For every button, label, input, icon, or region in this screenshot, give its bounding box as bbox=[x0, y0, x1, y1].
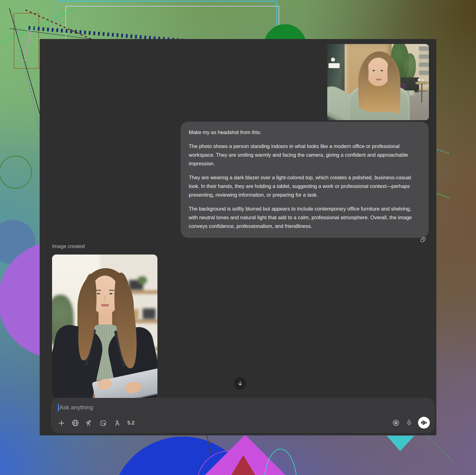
web-search-button[interactable] bbox=[71, 419, 80, 427]
selfie-sign-dot bbox=[331, 58, 335, 62]
message-paragraph: They are wearing a dark blazer over a li… bbox=[189, 173, 421, 199]
apps-icon bbox=[113, 419, 121, 427]
decor-green-line bbox=[0, 9, 76, 43]
decor-violet-dashes bbox=[13, 15, 40, 130]
agent-icon bbox=[99, 419, 107, 427]
plus-icon bbox=[58, 419, 65, 427]
composer-placeholder: Ask anything bbox=[60, 404, 93, 411]
message-paragraph: The photo shows a person standing indoor… bbox=[189, 142, 421, 168]
user-message-bubble: Make my as headshot from this: The photo… bbox=[181, 122, 429, 238]
selfie-ivy-2 bbox=[403, 53, 416, 79]
text-cursor bbox=[58, 404, 59, 411]
decor-olive-rect bbox=[14, 13, 39, 68]
headshot-eyes bbox=[97, 293, 100, 294]
dictate-button[interactable] bbox=[405, 418, 413, 427]
apps-button[interactable] bbox=[113, 419, 121, 427]
headshot-vase bbox=[146, 282, 152, 290]
selfie-table-leg bbox=[421, 84, 422, 102]
decor-green-line-right bbox=[436, 193, 449, 198]
telescope-icon bbox=[85, 419, 93, 427]
microphone-icon bbox=[405, 419, 413, 426]
scroll-to-bottom-button[interactable] bbox=[234, 377, 246, 390]
add-attachment-button[interactable] bbox=[57, 419, 66, 427]
decor-teal-triangle bbox=[387, 436, 414, 451]
headshot-shelf-plant bbox=[138, 276, 147, 284]
composer-tools: 5.2 bbox=[57, 419, 135, 427]
arrow-down-icon bbox=[237, 380, 243, 386]
selfie-cups bbox=[418, 79, 420, 81]
selfie-sign bbox=[328, 63, 340, 68]
headshot-nose bbox=[104, 295, 105, 301]
decor-green-ring bbox=[0, 156, 32, 188]
headshot-lips bbox=[101, 304, 109, 307]
uploaded-selfie-photo[interactable] bbox=[327, 44, 429, 120]
copy-message-button[interactable] bbox=[420, 236, 427, 243]
model-version-chip[interactable]: 5.2 bbox=[127, 420, 135, 426]
voice-mode-button[interactable] bbox=[418, 417, 430, 429]
composer: Ask anything bbox=[51, 398, 435, 433]
voice-waveform-icon bbox=[421, 419, 427, 426]
chat-window: Make my as headshot from this: The photo… bbox=[40, 39, 436, 435]
message-paragraph: Make my as headshot from this: bbox=[189, 128, 421, 137]
headshot-box-dark-2 bbox=[143, 308, 156, 319]
decor-pink-line bbox=[24, 29, 31, 61]
deep-research-button[interactable] bbox=[85, 419, 94, 427]
composer-input[interactable]: Ask anything bbox=[58, 403, 366, 412]
generated-headshot-image[interactable] bbox=[52, 255, 157, 399]
selfie-far-windows bbox=[419, 46, 429, 76]
agent-mode-button[interactable] bbox=[99, 419, 108, 427]
record-icon bbox=[392, 419, 400, 427]
record-button[interactable] bbox=[391, 418, 400, 427]
copy-icon bbox=[420, 236, 427, 243]
selfie-eyes bbox=[372, 70, 375, 71]
globe-icon bbox=[71, 419, 79, 427]
selfie-face bbox=[367, 58, 390, 86]
message-paragraph: The background is softly blurred but app… bbox=[189, 204, 421, 230]
image-created-label: Image created bbox=[52, 243, 85, 249]
decor-cyan-dashes-right bbox=[438, 150, 449, 154]
composer-right-controls bbox=[391, 417, 430, 429]
headshot-brows bbox=[96, 290, 101, 291]
